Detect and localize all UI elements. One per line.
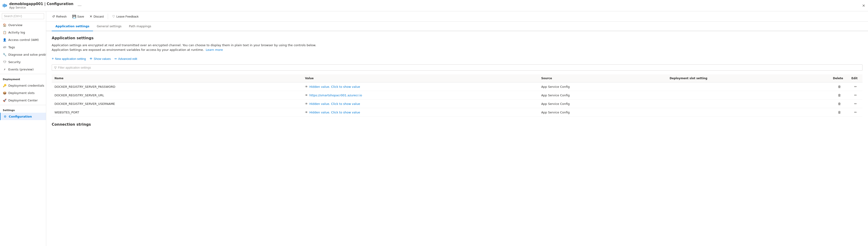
sidebar-item-security[interactable]: 🛡 Security <box>0 58 46 66</box>
value-link[interactable]: 👁 Hidden value. Click to show value <box>305 85 535 89</box>
cell-delete: 🗑 <box>830 108 848 117</box>
eye-icon: 👁 <box>305 94 308 97</box>
page-content: Application settings General settings Pa… <box>46 22 868 246</box>
title-bar-left: demoblogapp001 | Configuration App Servi… <box>3 2 82 9</box>
table-row: DOCKER_REGISTRY_SERVER_URL👁 https://smar… <box>52 91 863 99</box>
sidebar-item-activity-log[interactable]: 📋 Activity log <box>0 29 46 36</box>
delete-button[interactable]: 🗑 <box>838 111 841 114</box>
app-service-label: App Service <box>9 6 73 9</box>
sidebar-item-configuration[interactable]: ⚙ Configuration <box>0 113 46 120</box>
cell-name: WEBSITES_PORT <box>52 108 302 117</box>
cell-deployment-slot <box>667 91 830 99</box>
discard-icon: ✕ <box>90 14 92 18</box>
sidebar-item-label: Activity log <box>8 31 25 34</box>
th-source: Source <box>538 74 667 83</box>
cell-deployment-slot <box>667 83 830 91</box>
app-settings-desc: Application settings are encrypted at re… <box>52 43 329 52</box>
app-settings-section: Application settings Application setting… <box>46 31 868 121</box>
new-setting-button[interactable]: + New application setting <box>52 56 86 62</box>
cell-edit: ✏ <box>848 108 863 117</box>
save-button[interactable]: 💾 Save <box>70 13 87 20</box>
edit-button[interactable]: ✏ <box>854 85 857 89</box>
value-link[interactable]: 👁 Hidden value. Click to show value <box>305 111 535 114</box>
content-area: ↺ Refresh 💾 Save ✕ Discard ♡ Leave Feedb… <box>46 11 868 246</box>
sidebar-item-events[interactable]: ⚡ Events (preview) <box>0 66 46 73</box>
security-icon: 🛡 <box>3 60 6 64</box>
app-title: demoblogapp001 | Configuration <box>9 2 73 6</box>
feedback-label: Leave Feedback <box>116 15 138 18</box>
sidebar-item-deployment-slots[interactable]: 📦 Deployment slots <box>0 89 46 97</box>
cell-edit: ✏ <box>848 83 863 91</box>
eye-icon: 👁 <box>305 85 308 89</box>
edit-button[interactable]: ✏ <box>854 93 857 97</box>
save-label: Save <box>78 15 84 18</box>
value-link[interactable]: 👁 Hidden value. Click to show value <box>305 102 535 105</box>
sidebar-divider-1 <box>0 74 46 74</box>
sidebar-item-overview[interactable]: 🏠 Overview <box>0 21 46 29</box>
delete-button[interactable]: 🗑 <box>838 93 841 97</box>
sidebar-item-label: Tags <box>8 45 15 49</box>
refresh-button[interactable]: ↺ Refresh <box>50 13 69 20</box>
tab-app-settings[interactable]: Application settings <box>52 22 93 31</box>
sidebar-item-diagnose[interactable]: 🔧 Diagnose and solve problems <box>0 51 46 58</box>
sidebar-item-access-control[interactable]: 👤 Access control (IAM) <box>0 36 46 43</box>
sidebar-item-deployment-credentials[interactable]: 🔑 Deployment credentials <box>0 82 46 89</box>
tab-general-settings-label: General settings <box>97 25 121 28</box>
deployment-credentials-icon: 🔑 <box>3 84 6 87</box>
eye-icon: 👁 <box>305 111 308 114</box>
learn-more-link[interactable]: Learn more <box>206 48 223 52</box>
sidebar-item-deployment-center[interactable]: 🚀 Deployment Center <box>0 97 46 104</box>
tags-icon: 🏷 <box>3 45 6 49</box>
cell-delete: 🗑 <box>830 83 848 91</box>
cell-deployment-slot <box>667 108 830 117</box>
th-value: Value <box>302 74 538 83</box>
filter-input[interactable] <box>58 66 860 69</box>
toolbar-separator <box>108 13 108 19</box>
more-options[interactable]: ··· <box>78 3 82 8</box>
eye-show-icon: 👁 <box>90 57 93 61</box>
show-values-button[interactable]: 👁 Show values <box>90 56 111 61</box>
plus-icon: + <box>52 57 54 61</box>
advanced-edit-label: Advanced edit <box>118 57 137 61</box>
sidebar-item-tags[interactable]: 🏷 Tags <box>0 43 46 51</box>
cell-name: DOCKER_REGISTRY_SERVER_USERNAME <box>52 99 302 108</box>
access-control-icon: 👤 <box>3 38 6 41</box>
eye-icon: 👁 <box>305 102 308 105</box>
connection-strings-section: Connection strings <box>46 121 868 131</box>
sidebar-search-container <box>0 11 46 21</box>
new-setting-label: New application setting <box>55 57 86 61</box>
events-icon: ⚡ <box>3 67 6 71</box>
tab-general-settings[interactable]: General settings <box>93 22 125 31</box>
tab-path-mappings[interactable]: Path mappings <box>125 22 155 31</box>
th-edit: Edit <box>848 74 863 83</box>
cell-value: 👁 Hidden value. Click to show value <box>302 83 538 91</box>
sidebar-item-label: Overview <box>8 23 22 27</box>
cell-name: DOCKER_REGISTRY_SERVER_PASSWORD <box>52 83 302 91</box>
edit-button[interactable]: ✏ <box>854 102 857 105</box>
cell-source: App Service Config <box>538 91 667 99</box>
sidebar-item-label: Deployment slots <box>8 91 35 95</box>
search-input[interactable] <box>2 13 44 19</box>
delete-button[interactable]: 🗑 <box>838 102 841 105</box>
cell-source: App Service Config <box>538 99 667 108</box>
cell-deployment-slot <box>667 99 830 108</box>
delete-button[interactable]: 🗑 <box>838 85 841 89</box>
table-row: DOCKER_REGISTRY_SERVER_USERNAME👁 Hidden … <box>52 99 863 108</box>
th-deployment-slot: Deployment slot setting <box>667 74 830 83</box>
feedback-button[interactable]: ♡ Leave Feedback <box>110 13 141 20</box>
show-values-label: Show values <box>94 57 111 61</box>
advanced-edit-button[interactable]: ✏ Advanced edit <box>115 56 137 61</box>
sidebar-divider-2 <box>0 105 46 105</box>
diagnose-icon: 🔧 <box>3 53 6 56</box>
sidebar-item-label: Access control (IAM) <box>8 38 39 41</box>
discard-button[interactable]: ✕ Discard <box>87 13 106 20</box>
table-row: WEBSITES_PORT👁 Hidden value. Click to sh… <box>52 108 863 117</box>
action-bar: + New application setting 👁 Show values … <box>52 56 863 62</box>
deployment-slots-icon: 📦 <box>3 91 6 95</box>
close-button[interactable]: ✕ <box>862 3 865 8</box>
sidebar-item-label: Events (preview) <box>8 68 34 71</box>
refresh-icon: ↺ <box>52 14 55 18</box>
sidebar-item-label: Deployment credentials <box>8 84 44 87</box>
value-link[interactable]: 👁 https://smartshopacr001.azurecr.io <box>305 94 535 97</box>
edit-button[interactable]: ✏ <box>854 111 857 114</box>
